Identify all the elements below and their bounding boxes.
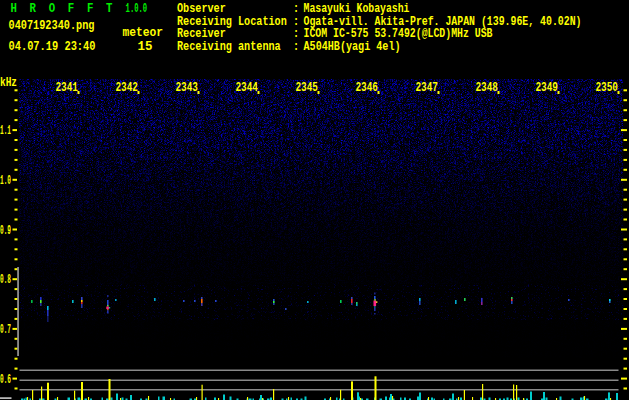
svg-text:Receiving antenna :: Receiving antenna : xyxy=(177,40,299,54)
svg-text:2348: 2348 xyxy=(476,81,499,95)
svg-text:2343: 2343 xyxy=(176,81,199,95)
svg-text:H R O F F T: H R O F F T xyxy=(10,2,112,16)
svg-text:kHz: kHz xyxy=(0,76,17,90)
svg-text:1.0.0: 1.0.0 xyxy=(126,2,148,16)
svg-text:2341: 2341 xyxy=(56,81,79,95)
svg-text:meteor: meteor xyxy=(123,26,164,40)
svg-text:0.7: 0.7 xyxy=(0,323,11,337)
svg-text:0407192340.png: 0407192340.png xyxy=(9,19,95,33)
svg-text:2344: 2344 xyxy=(236,81,259,95)
svg-text:2350: 2350 xyxy=(596,81,619,95)
svg-text:0.9: 0.9 xyxy=(0,224,11,238)
svg-text:2349: 2349 xyxy=(536,81,559,95)
svg-text:0.6: 0.6 xyxy=(0,373,11,387)
svg-text:15: 15 xyxy=(138,40,153,54)
svg-text:2346: 2346 xyxy=(356,81,379,95)
svg-text:1.1: 1.1 xyxy=(0,124,11,138)
svg-text:A504HB(yagi 4el): A504HB(yagi 4el) xyxy=(304,40,401,54)
svg-text:04.07.19 23:40: 04.07.19 23:40 xyxy=(9,40,96,54)
svg-text:1.0: 1.0 xyxy=(0,174,11,188)
svg-text:0.8: 0.8 xyxy=(0,273,11,287)
svg-text:2342: 2342 xyxy=(116,81,139,95)
svg-text:2345: 2345 xyxy=(296,81,319,95)
svg-text:2347: 2347 xyxy=(416,81,439,95)
